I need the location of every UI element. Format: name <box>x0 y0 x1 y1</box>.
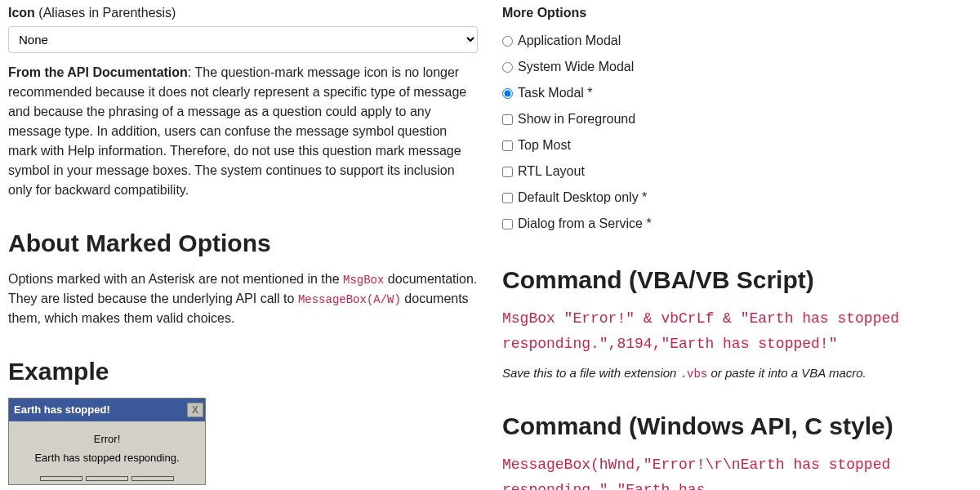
check-default-desktop[interactable]: Default Desktop only * <box>502 185 972 211</box>
checkbox-label: Top Most <box>518 136 571 155</box>
check-rtl-layout[interactable]: RTL Layout <box>502 158 972 185</box>
about-heading: About Marked Options <box>8 225 478 261</box>
msgbox-button[interactable] <box>40 476 82 481</box>
code-vbs-ext: .vbs <box>680 368 708 381</box>
checkbox-label: Dialog from a Service * <box>518 214 652 234</box>
checkbox-input[interactable] <box>502 114 513 125</box>
radio-label: Task Modal * <box>518 83 593 103</box>
example-heading: Example <box>8 353 478 390</box>
msgbox-body: Error! Earth has stopped responding. <box>9 421 205 476</box>
radio-system-wide-modal[interactable]: System Wide Modal <box>502 54 972 80</box>
checkbox-input[interactable] <box>502 167 513 177</box>
radio-input[interactable] <box>502 62 513 73</box>
icon-select[interactable]: None <box>8 26 478 53</box>
example-msgbox: Earth has stopped! X Error! Earth has st… <box>8 398 206 485</box>
msgbox-title-text: Earth has stopped! <box>14 402 110 418</box>
cmd-vba-code: MsgBox "Error!" & vbCrLf & "Earth has st… <box>502 306 972 356</box>
icon-label: Icon (Aliases in Parenthesis) <box>8 3 478 23</box>
msgbox-titlebar: Earth has stopped! X <box>9 399 205 421</box>
vbs-hint: Save this to a file with extension .vbs … <box>502 364 972 383</box>
msgbox-line1: Error! <box>17 431 197 448</box>
more-options-header: More Options <box>502 3 972 23</box>
radio-application-modal[interactable]: Application Modal <box>502 28 972 54</box>
check-show-foreground[interactable]: Show in Foreground <box>502 106 972 132</box>
checkbox-label: Show in Foreground <box>518 109 635 129</box>
cmd-c-code: MessageBox(hWnd,"Error!\r\nEarth has sto… <box>502 452 972 490</box>
checkbox-label: Default Desktop only * <box>518 188 647 207</box>
msgbox-line2: Earth has stopped responding. <box>17 450 197 466</box>
radio-task-modal[interactable]: Task Modal * <box>502 80 972 106</box>
msgbox-button[interactable] <box>131 476 174 481</box>
radio-label: System Wide Modal <box>518 57 634 77</box>
radio-input[interactable] <box>502 36 513 47</box>
checkbox-input[interactable] <box>502 140 513 151</box>
api-doc-note: From the API Documentation: The question… <box>8 63 478 200</box>
check-dialog-from-service[interactable]: Dialog from a Service * <box>502 211 972 237</box>
code-msgbox: MsgBox <box>343 274 384 287</box>
cmd-vba-heading: Command (VBA/VB Script) <box>502 261 972 298</box>
close-icon[interactable]: X <box>187 403 203 417</box>
check-top-most[interactable]: Top Most <box>502 132 972 158</box>
msgbox-button[interactable] <box>86 476 128 481</box>
right-column: More Options Application Modal System Wi… <box>502 3 972 490</box>
about-paragraph: Options marked with an Asterisk are not … <box>8 270 478 328</box>
msgbox-buttons <box>9 476 205 484</box>
radio-label: Application Modal <box>518 31 621 51</box>
checkbox-input[interactable] <box>502 193 513 203</box>
code-messagebox-aw: MessageBox(A/W) <box>298 293 401 306</box>
cmd-c-heading: Command (Windows API, C style) <box>502 408 972 444</box>
checkbox-input[interactable] <box>502 219 513 229</box>
radio-input[interactable] <box>502 88 513 99</box>
left-column: Icon (Aliases in Parenthesis) None From … <box>8 3 478 490</box>
checkbox-label: RTL Layout <box>518 162 585 181</box>
